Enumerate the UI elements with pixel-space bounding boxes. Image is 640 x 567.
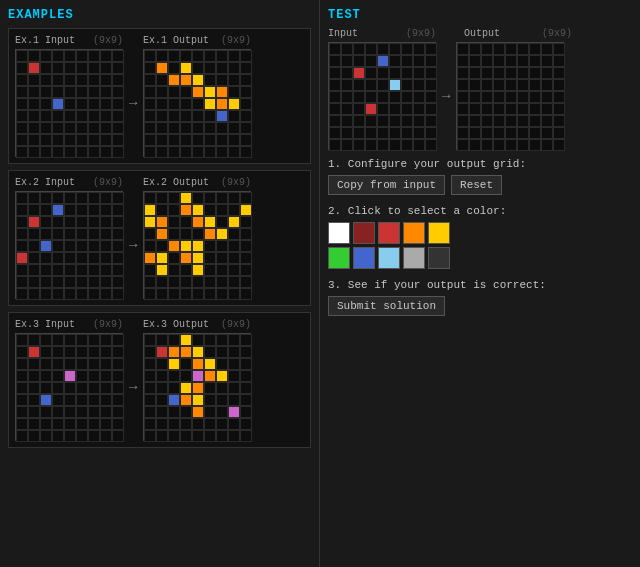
grid-cell (353, 103, 365, 115)
grid-cell (156, 228, 168, 240)
grid-cell (192, 406, 204, 418)
step3-label: 3. See if your output is correct: (328, 279, 632, 291)
grid-cell (28, 228, 40, 240)
grid-cell (28, 62, 40, 74)
grid-cell (192, 98, 204, 110)
grid-cell (64, 346, 76, 358)
grid-cell (192, 240, 204, 252)
grid-cell (76, 394, 88, 406)
grid-cell (168, 346, 180, 358)
color-swatch[interactable] (403, 222, 425, 244)
color-swatch[interactable] (328, 247, 350, 269)
grid-cell (88, 192, 100, 204)
grid-cell (204, 204, 216, 216)
grid-cell (341, 127, 353, 139)
grid-cell (16, 146, 28, 158)
grid-cell (517, 67, 529, 79)
test-title: TEST (328, 8, 632, 22)
grid-cell (329, 91, 341, 103)
grid-cell (168, 62, 180, 74)
grid-cell (144, 74, 156, 86)
color-swatch[interactable] (378, 247, 400, 269)
grid-cell (88, 240, 100, 252)
reset-button[interactable]: Reset (451, 175, 502, 195)
ex3-input-grid (15, 333, 123, 441)
grid-cell (353, 139, 365, 151)
grid-cell (144, 394, 156, 406)
grid-cell (204, 192, 216, 204)
grid-cell (168, 382, 180, 394)
grid-cell (28, 382, 40, 394)
grid-cell (377, 91, 389, 103)
grid-cell (28, 86, 40, 98)
grid-cell (377, 127, 389, 139)
submit-solution-button[interactable]: Submit solution (328, 296, 445, 316)
grid-cell (180, 74, 192, 86)
grid-cell (100, 430, 112, 442)
grid-cell (16, 346, 28, 358)
grid-cell (329, 55, 341, 67)
grid-cell (505, 43, 517, 55)
grid-cell (156, 86, 168, 98)
grid-cell (28, 394, 40, 406)
test-output-label: Output (464, 28, 500, 39)
grid-cell (505, 67, 517, 79)
grid-cell (401, 43, 413, 55)
color-swatch[interactable] (403, 247, 425, 269)
grid-cell (216, 216, 228, 228)
grid-cell (457, 79, 469, 91)
grid-cell (52, 216, 64, 228)
example-3-block: Ex.3 Input (9x9) Ex.3 Output (9x9) → (8, 312, 311, 448)
test-input-label: Input (328, 28, 358, 39)
grid-cell (204, 288, 216, 300)
grid-cell (517, 103, 529, 115)
grid-cell (112, 228, 124, 240)
color-swatch[interactable] (328, 222, 350, 244)
grid-cell (413, 43, 425, 55)
grid-cell (16, 406, 28, 418)
grid-cell (240, 418, 252, 430)
grid-cell (204, 62, 216, 74)
grid-cell (28, 192, 40, 204)
grid-cell (365, 67, 377, 79)
color-swatch[interactable] (353, 247, 375, 269)
copy-from-input-button[interactable]: Copy from input (328, 175, 445, 195)
grid-cell (52, 192, 64, 204)
grid-cell (192, 418, 204, 430)
color-swatch[interactable] (378, 222, 400, 244)
grid-cell (216, 358, 228, 370)
grid-cell (144, 216, 156, 228)
grid-cell (156, 276, 168, 288)
grid-cell (88, 394, 100, 406)
grid-cell (505, 55, 517, 67)
grid-cell (144, 122, 156, 134)
grid-cell (389, 67, 401, 79)
grid-cell (28, 418, 40, 430)
grid-cell (216, 334, 228, 346)
grid-cell (64, 252, 76, 264)
grid-cell (180, 240, 192, 252)
grid-cell (180, 264, 192, 276)
grid-cell (168, 50, 180, 62)
grid-cell (365, 55, 377, 67)
grid-cell (156, 334, 168, 346)
grid-cell (16, 276, 28, 288)
grid-cell (28, 110, 40, 122)
grid-cell (216, 98, 228, 110)
grid-cell (401, 127, 413, 139)
grid-cell (365, 127, 377, 139)
grid-cell (144, 406, 156, 418)
grid-cell (180, 382, 192, 394)
grid-cell (192, 74, 204, 86)
grid-cell (156, 288, 168, 300)
color-swatch[interactable] (428, 222, 450, 244)
grid-cell (88, 346, 100, 358)
grid-cell (100, 110, 112, 122)
color-swatch[interactable] (353, 222, 375, 244)
grid-cell (100, 50, 112, 62)
grid-cell (144, 382, 156, 394)
grid-cell (180, 134, 192, 146)
test-output-grid[interactable] (456, 42, 564, 150)
color-swatch[interactable] (428, 247, 450, 269)
grid-cell (413, 115, 425, 127)
